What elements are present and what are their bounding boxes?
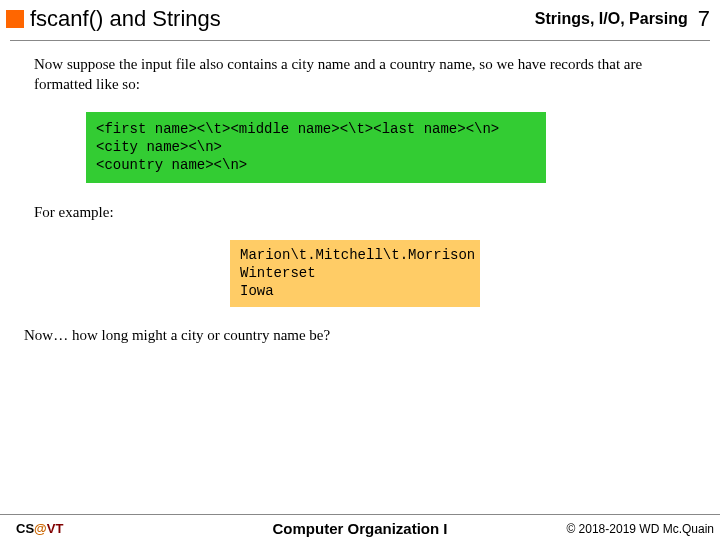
footer-vt: VT — [47, 521, 64, 536]
question-paragraph: Now… how long might a city or country na… — [24, 327, 686, 344]
slide-header: fscanf() and Strings Strings, I/O, Parsi… — [0, 0, 720, 40]
example-label: For example: — [34, 203, 686, 223]
footer-cs: CS — [16, 521, 34, 536]
example-codebox: Marion\t.Mitchell\t.Morrison Winterset I… — [230, 240, 480, 307]
slide-subtitle: Strings, I/O, Parsing — [535, 10, 688, 28]
page-number: 7 — [698, 6, 710, 32]
accent-square — [6, 10, 24, 28]
footer-at: @ — [34, 521, 47, 536]
footer-right: © 2018-2019 WD Mc.Quain — [566, 522, 714, 536]
footer-center: Computer Organization I — [272, 520, 447, 537]
slide-footer: CS@VT Computer Organization I © 2018-201… — [0, 514, 720, 540]
intro-paragraph: Now suppose the input file also contains… — [34, 55, 686, 94]
footer-left: CS@VT — [16, 521, 63, 536]
slide-content: Now suppose the input file also contains… — [0, 41, 720, 344]
slide-title: fscanf() and Strings — [30, 6, 535, 32]
format-codebox: <first name><\t><middle name><\t><last n… — [86, 112, 546, 183]
